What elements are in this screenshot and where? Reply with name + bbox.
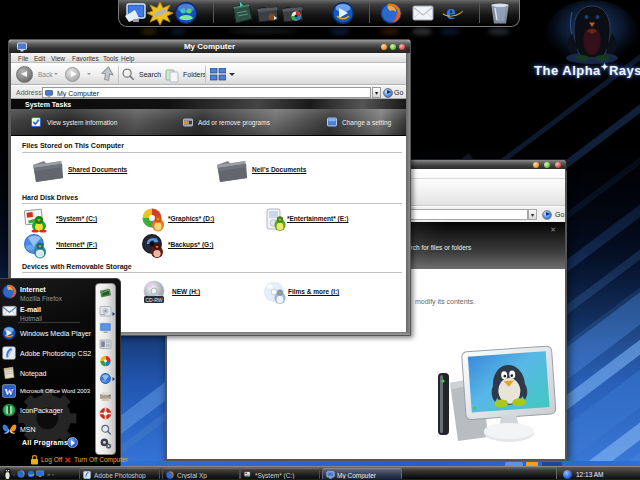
svg-text:W: W — [5, 387, 14, 397]
svg-text:e: e — [446, 0, 455, 24]
svg-text:CD-RW: CD-RW — [145, 297, 162, 303]
